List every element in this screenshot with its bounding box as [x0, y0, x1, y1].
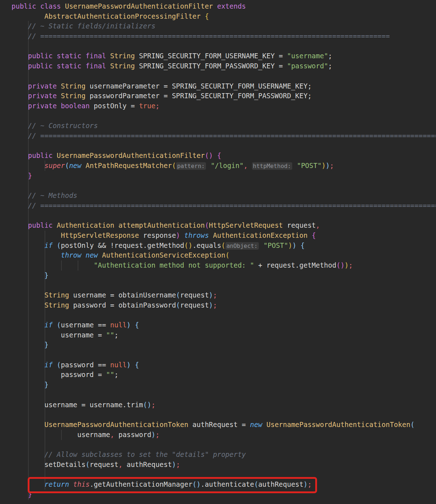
code-line: "Authentication method not supported: " … [12, 260, 436, 271]
code-token [52, 361, 56, 369]
code-token: ) [172, 460, 176, 468]
code-token: ; [349, 261, 353, 269]
code-token [209, 231, 213, 239]
code-token: String [110, 62, 135, 70]
code-line: // ~ Constructors [12, 121, 436, 131]
code-token: // =====================================… [12, 201, 436, 209]
code-token: .getAuthenticationManager [90, 480, 192, 488]
code-token: AntPathRequestMatcher [86, 162, 172, 169]
code-token: ( [410, 421, 414, 428]
code-token: UsernamePasswordAuthenticationToken [266, 421, 410, 428]
code-editor[interactable]: public class UsernamePasswordAuthenticat… [0, 0, 436, 504]
code-token: ( [176, 291, 180, 299]
code-token: () [143, 401, 151, 409]
code-line: private String usernameParameter = SPRIN… [12, 81, 436, 91]
code-token: String [61, 92, 86, 100]
code-token [201, 12, 205, 20]
code-line: } [12, 171, 436, 181]
code-token: { [205, 12, 209, 20]
code-line: username, password); [12, 430, 436, 440]
code-line: if (username == null) { [12, 320, 436, 330]
code-token [12, 261, 94, 269]
code-token: } [12, 172, 32, 180]
code-token: ; [213, 291, 217, 299]
code-token: } [12, 490, 32, 498]
code-line: // ~ Methods [12, 191, 436, 201]
code-token: ( [65, 162, 69, 169]
code-token: } [12, 271, 49, 279]
code-token: usernameParameter = SPRING_SECURITY_FORM… [86, 82, 312, 90]
code-token: throw [61, 251, 81, 259]
code-token: passwordParameter = SPRING_SECURITY_FORM… [86, 92, 312, 100]
code-token: , [118, 460, 122, 468]
code-token: // Allow subclasses to set the "details"… [12, 450, 246, 458]
code-token [12, 321, 45, 329]
code-token: request [180, 291, 209, 299]
code-line: HttpServletResponse response) throws Aut… [12, 231, 436, 241]
code-token: AbstractAuthenticationProcessingFilter [45, 12, 201, 20]
code-line: public class UsernamePasswordAuthenticat… [12, 1, 436, 12]
code-token: username = [12, 331, 106, 339]
code-token: ( [205, 221, 209, 229]
code-token: UsernamePasswordAuthenticationFilter [65, 2, 213, 10]
code-token: password = obtainPassword [69, 301, 176, 309]
code-line: } [12, 490, 436, 500]
code-line: // =====================================… [12, 131, 436, 141]
code-token: new [86, 251, 98, 259]
code-line [12, 469, 436, 480]
code-token: new [250, 421, 262, 428]
code-token: "" [106, 331, 114, 339]
code-token: ; [328, 62, 332, 70]
code-token: public [12, 151, 57, 159]
code-token: this [73, 480, 90, 488]
code-token: () [192, 480, 201, 488]
code-token: , [110, 431, 114, 439]
code-token [308, 231, 312, 239]
code-token: password = [12, 371, 106, 378]
code-token: String [110, 52, 135, 60]
code-line: UsernamePasswordAuthenticationToken auth… [12, 420, 436, 430]
code-token: private boolean [12, 102, 94, 110]
code-line: } [12, 380, 436, 390]
code-token [52, 241, 56, 249]
code-token [297, 241, 300, 249]
code-token: } [12, 341, 49, 349]
code-line [12, 390, 436, 400]
code-token: null [110, 321, 127, 329]
code-line [12, 71, 436, 81]
code-line: public static final String SPRING_SECURI… [12, 51, 436, 61]
code-token: "POST" [263, 241, 288, 249]
code-token: password == [61, 361, 110, 369]
code-token: ) [127, 321, 130, 329]
code-token: String [12, 291, 69, 299]
code-token: UsernamePasswordAuthenticationToken [12, 421, 188, 428]
code-token: extends [213, 2, 246, 10]
code-token: String [12, 301, 69, 309]
code-token [260, 241, 263, 249]
code-token: ; [114, 331, 118, 339]
code-line: password = ""; [12, 370, 436, 380]
code-line: String username = obtainUsername(request… [12, 290, 436, 300]
code-token: AuthenticationException [213, 231, 308, 239]
code-token: { [217, 151, 221, 159]
inlay-hint: pattern: [176, 162, 206, 170]
code-token: ) [209, 291, 213, 299]
code-line: super(new AntPathRequestMatcher(pattern:… [12, 161, 436, 171]
code-token: // ~ Static fields/initializers [12, 22, 155, 30]
code-token: request [283, 221, 316, 229]
code-token: request [90, 460, 118, 468]
code-token [12, 241, 45, 249]
code-token: , [244, 162, 248, 169]
code-token: , [316, 221, 320, 229]
code-lines: public class UsernamePasswordAuthenticat… [12, 1, 436, 499]
code-line: // =====================================… [12, 31, 436, 41]
code-token: request [180, 301, 209, 309]
code-line: } [12, 340, 436, 350]
code-line [12, 440, 436, 450]
code-token: ( [254, 480, 258, 488]
code-token: () [336, 261, 345, 269]
code-token: ; [151, 401, 155, 409]
code-token: ) [292, 241, 296, 249]
code-token [12, 12, 45, 20]
code-line: } [12, 271, 436, 281]
